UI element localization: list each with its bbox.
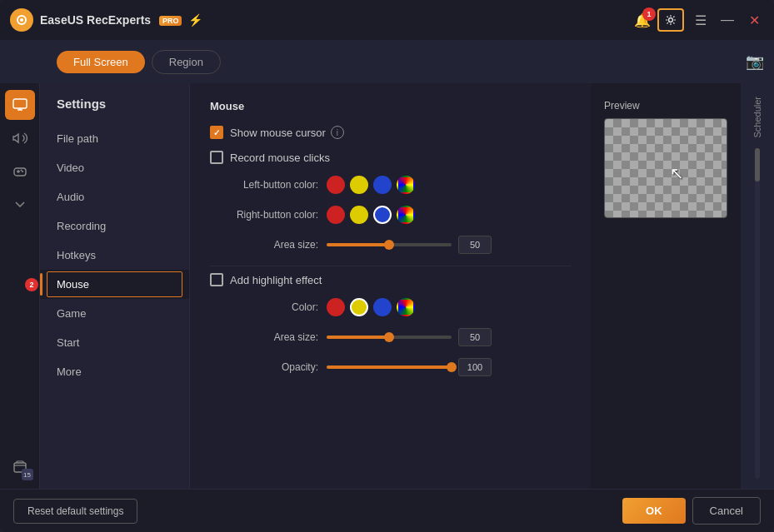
left-color-red[interactable] xyxy=(327,176,345,194)
settings-item-game-label: Game xyxy=(57,307,86,320)
settings-item-audio[interactable]: Audio xyxy=(40,182,189,211)
highlight-area-size-label: Area size: xyxy=(210,331,318,343)
left-color-yellow[interactable] xyxy=(350,176,368,194)
area-size-slider-thumb[interactable] xyxy=(384,240,394,250)
settings-item-start-label: Start xyxy=(57,336,79,349)
area-size-label: Area size: xyxy=(210,239,318,251)
left-button-color-label: Left-button color: xyxy=(210,179,318,191)
right-color-rainbow[interactable] xyxy=(397,206,415,224)
right-color-yellow[interactable] xyxy=(350,206,368,224)
area-size-row: Area size: 50 xyxy=(210,236,571,254)
settings-item-recording[interactable]: Recording xyxy=(40,211,189,241)
settings-item-filepath-label: File path xyxy=(57,132,98,145)
settings-item-video[interactable]: Video xyxy=(40,153,189,182)
tab-region[interactable]: Region xyxy=(152,50,221,74)
close-icon: ✕ xyxy=(749,12,760,28)
add-highlight-row: Add highlight effect xyxy=(210,273,571,286)
settings-content: Mouse Show mouse cursor i Record mouse c… xyxy=(190,83,591,489)
highlight-color-yellow[interactable] xyxy=(350,298,368,316)
add-highlight-checkbox[interactable]: Add highlight effect xyxy=(210,273,322,286)
settings-item-more[interactable]: More xyxy=(40,357,189,386)
preview-cursor-icon: ↖ xyxy=(670,163,684,183)
tab-fullscreen[interactable]: Full Screen xyxy=(57,51,145,73)
svg-rect-3 xyxy=(13,99,27,108)
bottom-bar: Reset default settings OK Cancel xyxy=(0,489,774,532)
right-button-color-row: Right-button color: xyxy=(210,206,571,224)
highlight-area-size-fill xyxy=(327,336,389,339)
settings-item-game[interactable]: Game xyxy=(40,299,189,328)
show-cursor-label: Show mouse cursor xyxy=(230,127,326,139)
record-clicks-label: Record mouse clicks xyxy=(230,152,330,164)
sidebar-icon-screen[interactable] xyxy=(5,90,35,120)
add-highlight-label: Add highlight effect xyxy=(230,274,322,286)
left-color-blue[interactable] xyxy=(373,176,392,194)
settings-item-recording-label: Recording xyxy=(57,220,106,232)
record-clicks-checkbox-box[interactable] xyxy=(210,151,223,164)
sidebar-icon-game[interactable] xyxy=(5,157,35,186)
svg-point-6 xyxy=(20,170,22,172)
svg-point-5 xyxy=(22,171,23,172)
left-button-color-row: Left-button color: xyxy=(210,176,571,194)
sidebar-icon-audio[interactable] xyxy=(5,123,35,153)
camera-button[interactable]: 📷 xyxy=(746,52,764,71)
left-color-rainbow[interactable] xyxy=(397,176,415,194)
highlight-color-red[interactable] xyxy=(327,298,345,316)
toolbar-row: Full Screen Region 📷 xyxy=(0,40,774,83)
settings-item-video-label: Video xyxy=(57,162,84,174)
right-color-blue[interactable] xyxy=(373,206,392,224)
settings-item-hotkeys[interactable]: Hotkeys xyxy=(40,241,189,270)
title-bar-controls: 🔔 1 ☰ — ✕ xyxy=(634,8,764,32)
highlight-color-row: Color: xyxy=(210,298,571,316)
scrollbar-track[interactable] xyxy=(755,148,760,479)
add-highlight-checkbox-box[interactable] xyxy=(210,273,223,286)
app-title: EaseUS RecExperts PRO ⚡ xyxy=(40,13,634,27)
app-window: EaseUS RecExperts PRO ⚡ 🔔 1 ☰ — ✕ xyxy=(0,0,774,532)
settings-item-filepath[interactable]: File path xyxy=(40,124,189,153)
opacity-thumb[interactable] xyxy=(447,362,457,372)
settings-item-more-label: More xyxy=(57,365,82,378)
highlight-area-size-slider-container: 50 xyxy=(327,328,492,346)
hamburger-button[interactable]: ☰ xyxy=(691,10,711,30)
record-clicks-checkbox[interactable]: Record mouse clicks xyxy=(210,151,330,164)
settings-item-mouse[interactable]: 2 Mouse xyxy=(40,270,189,299)
hamburger-icon: ☰ xyxy=(695,12,707,28)
sidebar-icon-files[interactable]: 15 xyxy=(5,452,35,482)
right-button-color-label: Right-button color: xyxy=(210,209,318,221)
info-icon[interactable]: i xyxy=(331,126,344,139)
preview-label: Preview xyxy=(604,100,727,112)
app-title-text: EaseUS RecExperts xyxy=(40,13,151,27)
minimize-button[interactable]: — xyxy=(717,10,737,30)
settings-item-start[interactable]: Start xyxy=(40,328,189,357)
show-cursor-checkbox[interactable]: Show mouse cursor xyxy=(210,126,326,139)
close-button[interactable]: ✕ xyxy=(744,10,764,30)
area-size-slider-track[interactable] xyxy=(327,243,452,246)
scrollbar-thumb[interactable] xyxy=(755,148,760,181)
settings-title-button[interactable] xyxy=(657,8,684,32)
record-clicks-row: Record mouse clicks xyxy=(210,151,571,164)
highlight-color-blue[interactable] xyxy=(373,298,392,316)
settings-title: Settings xyxy=(40,97,189,124)
opacity-slider-container: 100 xyxy=(327,358,492,376)
highlight-area-size-slider-track[interactable] xyxy=(327,336,452,339)
opacity-fill xyxy=(327,365,452,369)
reset-button[interactable]: Reset default settings xyxy=(13,499,137,524)
scheduler-label: Scheduler xyxy=(752,97,762,138)
show-cursor-row: Show mouse cursor i xyxy=(210,126,571,139)
main-content: 15 Settings File path Video Audio Record… xyxy=(0,83,774,489)
notification-badge[interactable]: 🔔 1 xyxy=(634,12,651,28)
svg-point-2 xyxy=(669,18,673,22)
opacity-slider-track[interactable] xyxy=(327,365,452,369)
cancel-button[interactable]: Cancel xyxy=(692,497,761,525)
lightning-icon: ⚡ xyxy=(188,13,202,27)
ok-button[interactable]: OK xyxy=(622,498,686,524)
notification-count: 1 xyxy=(642,7,656,21)
highlight-color-rainbow[interactable] xyxy=(397,298,415,316)
sidebar-icon-dropdown[interactable] xyxy=(5,190,35,220)
show-cursor-checkbox-box[interactable] xyxy=(210,126,223,139)
settings-item-mouse-label: Mouse xyxy=(57,278,89,291)
area-size-value: 50 xyxy=(458,236,492,254)
opacity-label: Opacity: xyxy=(210,361,318,373)
right-sidebar: Scheduler xyxy=(741,83,774,489)
right-color-red[interactable] xyxy=(327,206,345,224)
highlight-area-size-thumb[interactable] xyxy=(384,332,394,342)
